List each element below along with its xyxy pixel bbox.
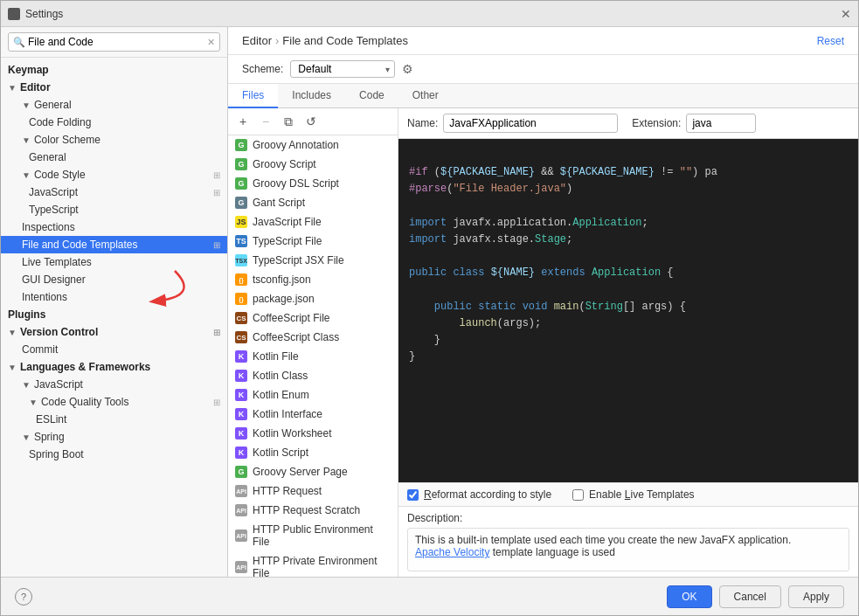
list-item[interactable]: G Groovy Server Page [228, 462, 398, 481]
list-item[interactable]: CS CoffeeScript Class [228, 328, 398, 347]
ok-button[interactable]: OK [667, 585, 711, 608]
list-item[interactable]: G Groovy Script [228, 155, 398, 174]
sidebar-item-eslint[interactable]: ESLint [1, 411, 227, 428]
sidebar-item-js-section[interactable]: ▼ JavaScript [1, 376, 227, 393]
scheme-select[interactable]: Default [290, 60, 395, 78]
tab-includes[interactable]: Includes [278, 84, 345, 108]
title-bar: Settings ✕ [1, 1, 858, 27]
remove-template-button[interactable]: − [256, 112, 275, 131]
tab-code[interactable]: Code [345, 84, 398, 108]
sidebar-item-commit[interactable]: Commit [1, 341, 227, 358]
list-item[interactable]: K Kotlin Enum [228, 385, 398, 405]
sidebar-item-code-quality-tools[interactable]: ▼ Code Quality Tools ⊞ [1, 393, 227, 411]
sidebar-item-live-templates[interactable]: Live Templates [1, 253, 227, 271]
sidebar-item-general[interactable]: ▼ General [1, 96, 227, 114]
cancel-button[interactable]: Cancel [719, 585, 781, 608]
name-input[interactable] [443, 114, 618, 133]
reset-link[interactable]: Reset [817, 35, 844, 47]
reformat-checkbox[interactable] [407, 489, 419, 501]
list-item[interactable]: G Gant Script [228, 193, 398, 212]
code-editor[interactable]: #if (${PACKAGE_NAME} && ${PACKAGE_NAME} … [398, 139, 858, 482]
sidebar-item-keymap[interactable]: Keymap [1, 61, 227, 79]
list-item[interactable]: K Kotlin Class [228, 366, 398, 385]
apply-button[interactable]: Apply [788, 585, 844, 608]
list-item[interactable]: K Kotlin File [228, 347, 398, 366]
list-item[interactable]: G Groovy DSL Script [228, 174, 398, 193]
list-item[interactable]: G Groovy Annotation [228, 135, 398, 155]
http-private-env-icon: API [235, 561, 247, 573]
window-title: Settings [25, 8, 841, 20]
badge-icon: ⊞ [213, 170, 220, 180]
collapse-icon: ▼ [8, 83, 17, 93]
groovy-script-icon: G [235, 158, 247, 170]
sidebar-item-version-control[interactable]: ▼ Version Control ⊞ [1, 323, 227, 341]
tab-other[interactable]: Other [398, 84, 453, 108]
sidebar-item-editor[interactable]: ▼ Editor [1, 79, 227, 96]
list-item[interactable]: API HTTP Request [228, 481, 398, 501]
settings-window: Settings ✕ 🔍 ✕ Keymap ▼ Editor [0, 0, 859, 616]
list-item[interactable]: {} tsconfig.json [228, 270, 398, 289]
live-templates-checkbox-group: Enable Live Templates [572, 488, 695, 501]
list-item[interactable]: TSX TypeScript JSX File [228, 251, 398, 270]
description-box: This is a built-in template used each ti… [407, 528, 849, 571]
list-item[interactable]: {} package.json [228, 289, 398, 308]
collapse-icon: ▼ [22, 170, 31, 180]
sidebar-item-gui-designer[interactable]: GUI Designer [1, 271, 227, 288]
bottom-bar: ? OK Cancel Apply [1, 577, 858, 615]
sidebar-item-code-folding[interactable]: Code Folding [1, 114, 227, 131]
help-button[interactable]: ? [15, 588, 32, 606]
sidebar-item-languages-frameworks[interactable]: ▼ Languages & Frameworks [1, 358, 227, 376]
reset-template-button[interactable]: ↺ [301, 112, 321, 131]
gear-icon[interactable]: ⚙ [402, 62, 413, 76]
extension-input[interactable] [686, 114, 756, 133]
list-item[interactable]: K Kotlin Worksheet [228, 424, 398, 443]
app-icon [8, 8, 20, 20]
sidebar-item-intentions[interactable]: Intentions [1, 288, 227, 306]
description-text: This is a built-in template used each ti… [415, 534, 791, 546]
list-item[interactable]: JS JavaScript File [228, 212, 398, 232]
code-content: #if (${PACKAGE_NAME} && ${PACKAGE_NAME} … [398, 139, 858, 374]
search-input[interactable] [8, 32, 220, 52]
list-item[interactable]: API HTTP Private Environment File [228, 551, 398, 577]
javascript-file-icon: JS [235, 216, 247, 228]
coffeescript-class-icon: CS [235, 331, 247, 343]
description-section: Description: This is a built-in template… [398, 507, 858, 577]
sidebar-item-plugins[interactable]: Plugins [1, 306, 227, 323]
apache-velocity-link[interactable]: Apache Velocity [415, 546, 489, 558]
sidebar-item-spring-boot[interactable]: Spring Boot [1, 446, 227, 463]
sidebar-item-color-scheme-general[interactable]: General [1, 149, 227, 166]
sidebar-item-color-scheme[interactable]: ▼ Color Scheme [1, 131, 227, 149]
sidebar-item-file-code-templates[interactable]: File and Code Templates ⊞ [1, 236, 227, 253]
list-item[interactable]: K Kotlin Script [228, 443, 398, 462]
content-header: Editor › File and Code Templates Reset [228, 27, 858, 55]
badge-icon: ⊞ [213, 328, 220, 337]
tab-files[interactable]: Files [228, 84, 278, 108]
breadcrumb-current: File and Code Templates [282, 34, 408, 47]
collapse-icon: ▼ [22, 135, 31, 145]
list-item[interactable]: API HTTP Public Environment File [228, 520, 398, 551]
tsconfig-json-icon: {} [235, 273, 247, 286]
sidebar-item-typescript[interactable]: TypeScript [1, 201, 227, 218]
clear-search-button[interactable]: ✕ [207, 37, 215, 48]
close-button[interactable]: ✕ [841, 9, 851, 19]
live-templates-checkbox[interactable] [572, 489, 584, 501]
tabs-row: Files Includes Code Other [228, 84, 858, 108]
sidebar-item-code-style[interactable]: ▼ Code Style ⊞ [1, 166, 227, 183]
kotlin-class-icon: K [235, 370, 247, 382]
copy-template-button[interactable]: ⧉ [279, 112, 298, 131]
groovy-server-page-icon: G [235, 466, 247, 478]
template-list: + − ⧉ ↺ G Groovy Annotation G Groovy Scr… [228, 108, 398, 577]
list-item[interactable]: CS CoffeeScript File [228, 308, 398, 328]
kotlin-script-icon: K [235, 446, 247, 459]
sidebar-item-javascript[interactable]: JavaScript ⊞ [1, 183, 227, 201]
typescript-file-icon: TS [235, 235, 247, 247]
collapse-icon: ▼ [22, 100, 31, 110]
sidebar-item-spring[interactable]: ▼ Spring [1, 428, 227, 446]
add-template-button[interactable]: + [233, 112, 253, 131]
sidebar-item-inspections[interactable]: Inspections [1, 218, 227, 236]
list-item[interactable]: TS TypeScript File [228, 232, 398, 251]
list-item[interactable]: K Kotlin Interface [228, 405, 398, 424]
list-item[interactable]: API HTTP Request Scratch [228, 501, 398, 520]
badge-icon: ⊞ [213, 188, 220, 197]
extension-label: Extension: [632, 117, 681, 129]
